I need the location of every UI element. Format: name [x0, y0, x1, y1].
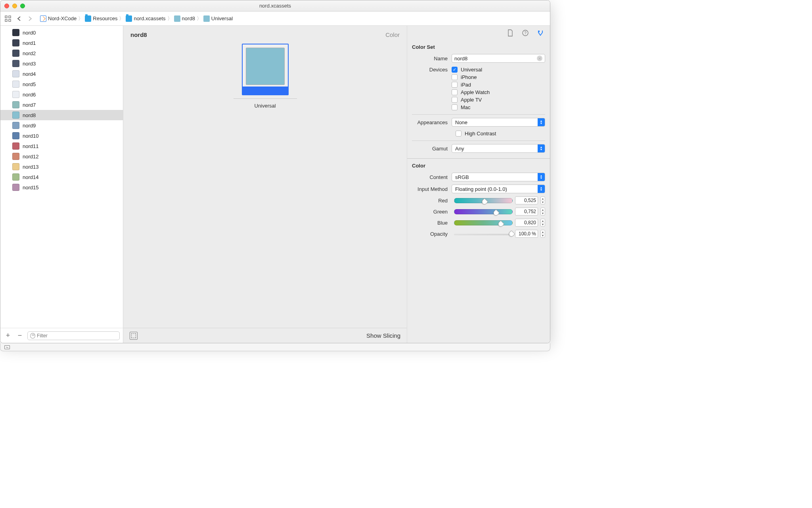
- breadcrumb-item[interactable]: Resources: [85, 15, 117, 22]
- color-well-group: Universal: [234, 44, 297, 328]
- asset-row[interactable]: nord15: [0, 182, 123, 192]
- asset-row[interactable]: nord13: [0, 162, 123, 172]
- red-slider[interactable]: [454, 198, 513, 203]
- slicing-icon[interactable]: [130, 332, 138, 340]
- breadcrumb-item[interactable]: Universal: [203, 15, 233, 22]
- remove-asset-button[interactable]: −: [15, 331, 24, 340]
- red-value-field[interactable]: 0,525: [515, 196, 538, 204]
- device-checkbox[interactable]: [452, 89, 458, 95]
- device-option: Mac: [452, 104, 545, 111]
- asset-name: nord10: [23, 133, 38, 139]
- asset-name: nord0: [23, 30, 36, 36]
- breadcrumb-item[interactable]: nord8: [174, 15, 195, 22]
- color-swatch-icon: [12, 163, 19, 170]
- asset-row[interactable]: nord6: [0, 89, 123, 100]
- color-swatch-icon: [12, 81, 19, 88]
- asset-row[interactable]: nord8: [0, 110, 123, 120]
- asset-row[interactable]: nord10: [0, 131, 123, 141]
- asset-row[interactable]: nord4: [0, 69, 123, 79]
- asset-sidebar: nord0nord1nord2nord3nord4nord5nord6nord7…: [0, 26, 123, 343]
- device-checkbox[interactable]: [452, 97, 458, 103]
- asset-row[interactable]: nord7: [0, 100, 123, 110]
- device-checkbox[interactable]: [452, 104, 458, 110]
- color-icon: [203, 15, 210, 22]
- filter-input[interactable]: [37, 333, 117, 339]
- filter-field[interactable]: [27, 331, 120, 340]
- color-swatch-icon: [12, 29, 19, 36]
- color-swatch-icon: [12, 50, 19, 57]
- green-stepper[interactable]: ▲▼: [540, 208, 545, 216]
- help-inspector-icon[interactable]: ?: [521, 29, 529, 37]
- input-method-select[interactable]: Floating point (0.0-1.0) ▲▼: [452, 185, 545, 193]
- proj-icon: [40, 15, 46, 22]
- device-checkbox[interactable]: ✓: [452, 67, 458, 73]
- asset-row[interactable]: nord0: [0, 27, 123, 38]
- asset-row[interactable]: nord2: [0, 48, 123, 58]
- asset-row[interactable]: nord5: [0, 79, 123, 89]
- asset-row[interactable]: nord11: [0, 141, 123, 151]
- red-stepper[interactable]: ▲▼: [540, 196, 545, 204]
- asset-row[interactable]: nord9: [0, 120, 123, 131]
- chevron-right-icon: 〉: [197, 15, 202, 22]
- svg-rect-2: [5, 19, 7, 21]
- color-well-selection-bar: [243, 87, 288, 94]
- show-slicing-button[interactable]: Show Slicing: [366, 332, 400, 339]
- name-field[interactable]: nord8 ✕: [452, 54, 545, 63]
- file-inspector-icon[interactable]: [506, 29, 514, 37]
- device-option: Apple Watch: [452, 89, 545, 96]
- color-swatch-icon: [12, 173, 19, 181]
- breadcrumb-item[interactable]: nord.xcassets: [126, 15, 165, 22]
- opacity-row: Opacity 100,0 % ▲▼: [412, 230, 545, 238]
- device-label: iPhone: [461, 74, 477, 80]
- asset-row[interactable]: nord3: [0, 58, 123, 69]
- green-value-field[interactable]: 0,752: [515, 208, 538, 216]
- device-label: Mac: [461, 104, 471, 110]
- asset-row[interactable]: nord12: [0, 151, 123, 162]
- device-checkbox[interactable]: [452, 82, 458, 88]
- appearances-select[interactable]: None ▲▼: [452, 118, 545, 127]
- high-contrast-checkbox[interactable]: [456, 131, 462, 137]
- svg-rect-1: [9, 16, 11, 18]
- name-value: nord8: [454, 56, 467, 62]
- chevron-right-icon: 〉: [119, 15, 124, 22]
- asset-name: nord5: [23, 81, 36, 87]
- color-swatch-icon: [12, 112, 19, 119]
- back-button[interactable]: [15, 14, 23, 23]
- chevron-updown-icon: ▲▼: [538, 173, 545, 181]
- toolbar: Nord-XCode〉Resources〉nord.xcassets〉nord8…: [0, 12, 550, 26]
- clear-name-icon[interactable]: ✕: [537, 56, 542, 61]
- canvas-kind: Color: [385, 31, 400, 38]
- folder-icon: [126, 15, 132, 22]
- color-well[interactable]: [242, 44, 289, 95]
- asset-row[interactable]: nord14: [0, 172, 123, 182]
- input-method-label: Input Method: [412, 186, 452, 192]
- blue-value-field[interactable]: 0,820: [515, 219, 538, 227]
- device-checkbox[interactable]: [452, 74, 458, 80]
- opacity-stepper[interactable]: ▲▼: [540, 230, 545, 238]
- add-asset-button[interactable]: +: [4, 331, 12, 340]
- color-swatch-icon: [12, 132, 19, 139]
- chevron-updown-icon: ▲▼: [538, 118, 545, 126]
- asset-list: nord0nord1nord2nord3nord4nord5nord6nord7…: [0, 26, 123, 328]
- breadcrumb-item[interactable]: Nord-XCode: [40, 15, 77, 22]
- window-title: nord.xcassets: [0, 3, 550, 9]
- forward-button[interactable]: [26, 14, 34, 23]
- blue-slider[interactable]: [454, 220, 513, 225]
- blue-stepper[interactable]: ▲▼: [540, 219, 545, 227]
- canvas-title: nord8: [130, 31, 147, 38]
- asset-name: nord11: [23, 143, 38, 149]
- green-slider[interactable]: [454, 209, 513, 214]
- debug-tray[interactable]: [0, 343, 550, 351]
- chevron-right-icon: 〉: [78, 15, 83, 22]
- xcode-window: nord.xcassets Nord-XCode〉Resources〉nord.…: [0, 0, 550, 343]
- related-items-icon[interactable]: [4, 14, 12, 23]
- attributes-inspector-icon[interactable]: [536, 29, 544, 37]
- opacity-slider[interactable]: [454, 234, 513, 235]
- canvas-bottom-bar: Show Slicing: [123, 328, 407, 343]
- device-label: iPad: [461, 82, 471, 88]
- opacity-value-field[interactable]: 100,0 %: [515, 230, 538, 238]
- content-select[interactable]: sRGB ▲▼: [452, 173, 545, 181]
- asset-row[interactable]: nord1: [0, 38, 123, 48]
- gamut-select[interactable]: Any ▲▼: [452, 144, 545, 153]
- device-label: Apple TV: [461, 97, 482, 103]
